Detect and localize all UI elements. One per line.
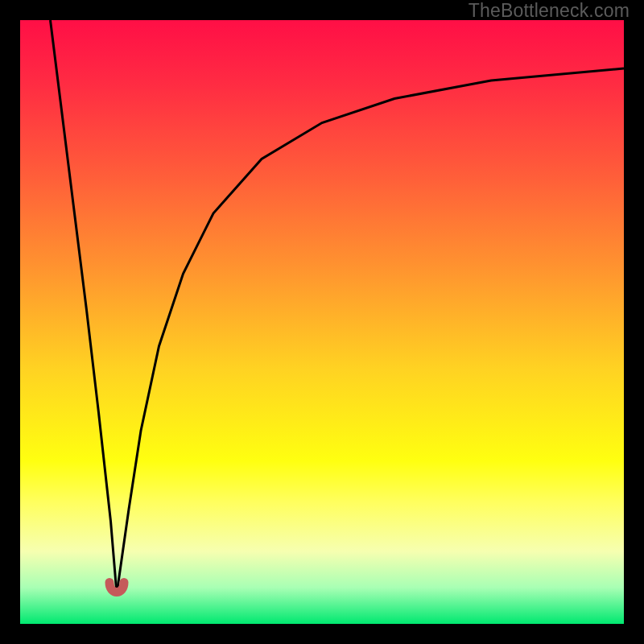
curve-layer	[20, 20, 624, 624]
left-branch-curve	[51, 20, 118, 594]
right-branch-curve	[117, 68, 624, 594]
watermark-text: TheBottleneck.com	[469, 0, 630, 22]
chart-frame: TheBottleneck.com	[0, 0, 644, 644]
